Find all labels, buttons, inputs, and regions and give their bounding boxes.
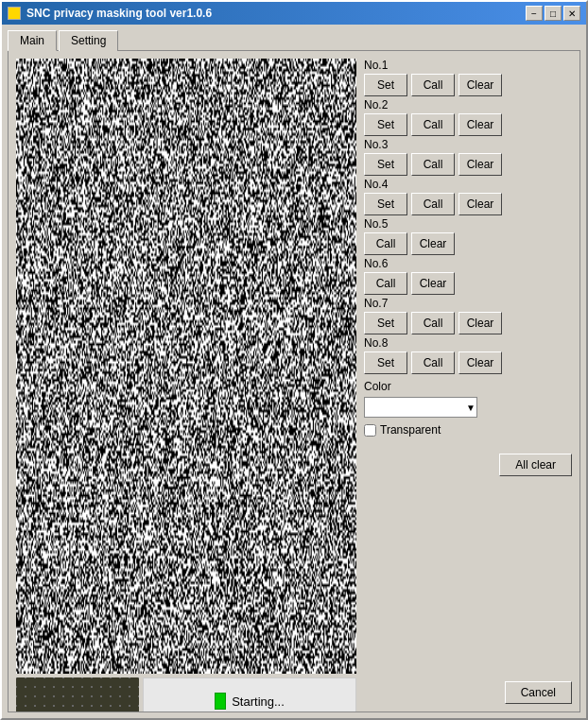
cancel-main-button[interactable]: Cancel xyxy=(505,681,572,704)
call-button-5[interactable]: Call xyxy=(364,232,407,255)
color-dropdown-wrapper: ▼ xyxy=(364,397,477,418)
mask-row-3: No.3 Set Call Clear xyxy=(364,138,572,176)
clear-button-1[interactable]: Clear xyxy=(458,74,502,96)
left-panel: Starting... Cancel PTZ Controller xyxy=(16,59,356,674)
call-button-4[interactable]: Call xyxy=(411,193,455,215)
call-button-2[interactable]: Call xyxy=(411,113,455,136)
mask-label-5: No.5 xyxy=(364,217,572,231)
window-title: SNC privacy masking tool ver1.0.6 xyxy=(26,7,212,20)
main-layout: Starting... Cancel PTZ Controller xyxy=(16,59,572,674)
status-indicator xyxy=(215,693,226,710)
clear-button-8[interactable]: Clear xyxy=(458,351,502,374)
status-area: Starting... Cancel xyxy=(143,677,356,712)
mask-row-6: No.6 Call Clear xyxy=(364,257,572,295)
clear-button-7[interactable]: Clear xyxy=(458,312,502,334)
call-button-3[interactable]: Call xyxy=(411,153,455,176)
thumbnail-dots xyxy=(16,677,139,712)
clear-button-3[interactable]: Clear xyxy=(458,153,502,176)
mask-label-6: No.6 xyxy=(364,257,572,270)
mask-buttons-7: Set Call Clear xyxy=(364,312,572,334)
maximize-button[interactable]: □ xyxy=(545,6,562,21)
right-bottom-buttons: All clear xyxy=(364,446,572,476)
mask-row-4: No.4 Set Call Clear xyxy=(364,178,572,215)
title-bar: SNC privacy masking tool ver1.0.6 − □ ✕ xyxy=(2,2,586,25)
clear-button-4[interactable]: Clear xyxy=(458,193,502,215)
starting-row: Starting... xyxy=(215,693,285,710)
minimize-button[interactable]: − xyxy=(526,6,543,21)
mask-buttons-6: Call Clear xyxy=(364,272,572,295)
mask-row-1: No.1 Set Call Clear xyxy=(364,59,572,96)
title-controls: − □ ✕ xyxy=(526,6,580,21)
mask-buttons-4: Set Call Clear xyxy=(364,193,572,215)
mask-label-3: No.3 xyxy=(364,138,572,151)
set-button-7[interactable]: Set xyxy=(364,312,407,334)
mask-row-7: No.7 Set Call Clear xyxy=(364,297,572,334)
mask-row-5: No.5 Call Clear xyxy=(364,217,572,255)
right-panel: No.1 Set Call Clear No.2 Set Call xyxy=(364,59,572,674)
transparent-checkbox[interactable] xyxy=(364,424,376,437)
set-button-1[interactable]: Set xyxy=(364,74,407,96)
call-button-1[interactable]: Call xyxy=(411,74,455,96)
app-icon xyxy=(8,7,21,20)
mask-buttons-3: Set Call Clear xyxy=(364,153,572,176)
set-button-2[interactable]: Set xyxy=(364,113,407,136)
main-window: SNC privacy masking tool ver1.0.6 − □ ✕ … xyxy=(0,0,588,720)
title-bar-left: SNC privacy masking tool ver1.0.6 xyxy=(8,7,212,20)
window-body: Main Setting xyxy=(2,25,586,718)
transparent-label[interactable]: Transparent xyxy=(380,423,441,437)
set-button-8[interactable]: Set xyxy=(364,351,407,374)
clear-button-2[interactable]: Clear xyxy=(458,113,502,136)
bottom-bar: Starting... Cancel xyxy=(16,677,356,712)
set-button-4[interactable]: Set xyxy=(364,193,407,215)
all-clear-button[interactable]: All clear xyxy=(499,454,572,476)
call-button-8[interactable]: Call xyxy=(411,351,455,374)
tab-main[interactable]: Main xyxy=(8,30,57,51)
transparent-row: Transparent xyxy=(364,423,572,437)
clear-button-5[interactable]: Clear xyxy=(411,232,455,255)
mask-label-1: No.1 xyxy=(364,59,572,72)
video-preview xyxy=(16,59,356,674)
tab-bar: Main Setting xyxy=(8,30,580,51)
mask-label-4: No.4 xyxy=(364,178,572,191)
mask-label-2: No.2 xyxy=(364,98,572,111)
clear-button-6[interactable]: Clear xyxy=(411,272,455,295)
color-section: Color ▼ xyxy=(364,380,572,418)
mask-row-8: No.8 Set Call Clear xyxy=(364,336,572,374)
mask-row-2: No.2 Set Call Clear xyxy=(364,98,572,136)
mask-buttons-5: Call Clear xyxy=(364,232,572,255)
call-button-7[interactable]: Call xyxy=(411,312,455,334)
mask-buttons-8: Set Call Clear xyxy=(364,351,572,374)
mask-label-7: No.7 xyxy=(364,297,572,310)
color-dropdown[interactable] xyxy=(364,397,477,418)
mask-label-8: No.8 xyxy=(364,336,572,350)
starting-text: Starting... xyxy=(232,694,285,709)
set-button-3[interactable]: Set xyxy=(364,153,407,176)
tab-setting[interactable]: Setting xyxy=(59,30,118,51)
mask-buttons-1: Set Call Clear xyxy=(364,74,572,96)
color-label: Color xyxy=(364,380,572,393)
call-button-6[interactable]: Call xyxy=(364,272,407,295)
close-button[interactable]: ✕ xyxy=(563,6,580,21)
thumbnail-preview xyxy=(16,677,139,712)
tab-content-main: Starting... Cancel PTZ Controller xyxy=(8,50,580,712)
mask-buttons-2: Set Call Clear xyxy=(364,113,572,136)
